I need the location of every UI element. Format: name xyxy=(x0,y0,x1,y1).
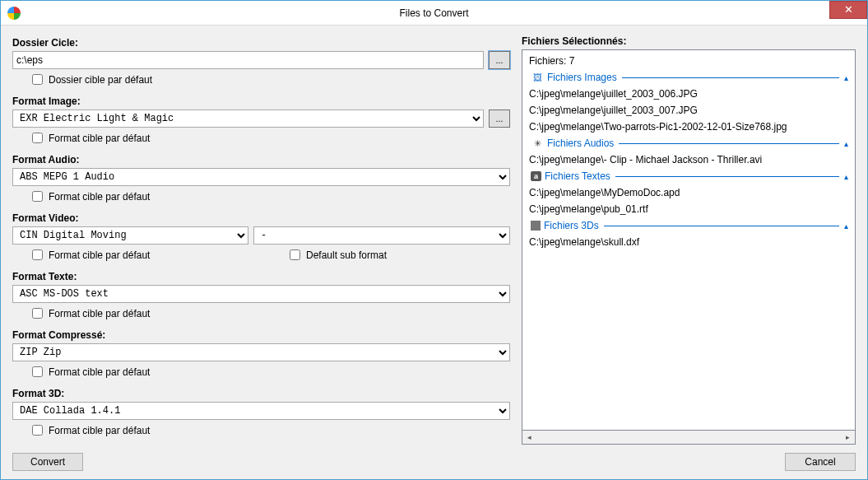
folder-input[interactable] xyxy=(12,51,484,69)
format-video-sub-default-checkbox[interactable] xyxy=(290,249,300,260)
format-3d-select[interactable]: DAE Collada 1.4.1 xyxy=(12,402,510,420)
folder-default-check[interactable]: Dossier cible par défaut xyxy=(29,72,510,87)
app-icon xyxy=(7,7,21,20)
format-image-default-label: Format cible par défaut xyxy=(49,133,150,144)
group-audios-header[interactable]: ✳ Fichiers Audios ▴ xyxy=(526,135,852,151)
scroll-right-icon[interactable]: ▸ xyxy=(841,431,855,444)
footer: Convert Cancel xyxy=(1,453,867,479)
group-3ds-title: Fichiers 3Ds xyxy=(544,220,599,231)
format-text-default-checkbox[interactable] xyxy=(32,308,43,319)
format-audio-default-checkbox[interactable] xyxy=(32,191,43,202)
chevron-up-icon[interactable]: ▴ xyxy=(844,221,848,231)
format-audio-label: Format Audio: xyxy=(12,154,510,165)
group-textes-header[interactable]: a Fichiers Textes ▴ xyxy=(526,168,852,184)
text-icon: a xyxy=(531,171,541,181)
folder-label: Dossier Cicle: xyxy=(12,37,510,49)
format-audio-default-check[interactable]: Format cible par défaut xyxy=(29,189,510,204)
format-text-label: Format Texte: xyxy=(12,271,510,282)
format-comp-default-checkbox[interactable] xyxy=(32,366,43,377)
list-item[interactable]: C:\jpeg\melange\pub_01.rtf xyxy=(526,201,852,217)
list-item[interactable]: C:\jpeg\melange\- Clip - Michael Jackson… xyxy=(526,151,852,168)
format-audio-select[interactable]: ABS MEPG 1 Audio xyxy=(12,168,510,186)
format-video-sub-default-check[interactable]: Default sub format xyxy=(286,247,387,263)
group-images-header[interactable]: 🖼 Fichiers Images ▴ xyxy=(526,69,852,86)
chevron-up-icon[interactable]: ▴ xyxy=(844,172,848,181)
left-panel: Dossier Cicle: ... Dossier cible par déf… xyxy=(12,35,510,445)
format-video-select[interactable]: CIN Digital Moving xyxy=(12,226,248,245)
file-tree[interactable]: Fichiers: 7 🖼 Fichiers Images ▴ C:\jpeg\… xyxy=(522,49,856,431)
cube-icon xyxy=(531,221,541,231)
dialog-window: Files to Convert ✕ Dossier Cicle: ... Do… xyxy=(0,0,868,480)
format-video-sub-select[interactable]: - xyxy=(253,226,510,245)
format-video-sub-default-label: Default sub format xyxy=(306,249,387,261)
folder-default-checkbox[interactable] xyxy=(32,74,43,85)
content-area: Dossier Cicle: ... Dossier cible par déf… xyxy=(1,26,867,453)
format-audio-default-label: Format cible par défaut xyxy=(49,191,150,203)
format-comp-label: Format Compressé: xyxy=(12,329,510,341)
format-3d-default-checkbox[interactable] xyxy=(32,425,43,436)
window-title: Files to Convert xyxy=(399,7,468,19)
convert-button[interactable]: Convert xyxy=(12,453,83,471)
group-3ds-header[interactable]: Fichiers 3Ds ▴ xyxy=(526,217,852,234)
format-text-select[interactable]: ASC MS-DOS text xyxy=(12,285,510,303)
format-image-select[interactable]: EXR Electric Light & Magic xyxy=(12,110,484,128)
picture-icon: 🖼 xyxy=(531,72,544,83)
format-3d-default-label: Format cible par défaut xyxy=(49,425,150,436)
scroll-left-icon[interactable]: ◂ xyxy=(522,431,536,444)
format-video-default-label: Format cible par défaut xyxy=(49,249,150,261)
list-item[interactable]: C:\jpeg\melange\MyDemoDoc.apd xyxy=(526,184,852,201)
list-item[interactable]: C:\jpeg\melange\juillet_2003_006.JPG xyxy=(526,86,852,102)
titlebar: Files to Convert ✕ xyxy=(1,1,867,26)
format-video-label: Format Video: xyxy=(12,212,510,224)
folder-browse-button[interactable]: ... xyxy=(489,51,510,69)
horizontal-scrollbar[interactable]: ◂ ▸ xyxy=(522,431,856,445)
format-3d-label: Format 3D: xyxy=(12,388,510,399)
format-video-default-checkbox[interactable] xyxy=(32,249,43,260)
list-item[interactable]: C:\jpeg\melange\juillet_2003_007.JPG xyxy=(526,102,852,119)
format-comp-default-label: Format cible par défaut xyxy=(49,366,150,378)
format-text-default-check[interactable]: Format cible par défaut xyxy=(29,305,510,321)
right-panel: Fichiers Sélectionnés: Fichiers: 7 🖼 Fic… xyxy=(522,35,856,445)
format-image-default-check[interactable]: Format cible par défaut xyxy=(29,130,510,146)
film-icon: ✳ xyxy=(531,137,544,149)
cancel-button[interactable]: Cancel xyxy=(785,453,856,471)
close-button[interactable]: ✕ xyxy=(829,1,867,19)
list-item[interactable]: C:\jpeg\melange\skull.dxf xyxy=(526,234,852,250)
folder-default-label: Dossier cible par défaut xyxy=(49,74,152,86)
file-count: Fichiers: 7 xyxy=(526,53,852,69)
format-image-browse-button[interactable]: ... xyxy=(489,110,510,128)
selected-files-header: Fichiers Sélectionnés: xyxy=(522,35,856,47)
list-item[interactable]: C:\jpeg\melange\Two-parrots-Pic1-2002-12… xyxy=(526,119,852,135)
format-image-default-checkbox[interactable] xyxy=(32,133,43,143)
chevron-up-icon[interactable]: ▴ xyxy=(844,73,848,82)
format-comp-select[interactable]: ZIP Zip xyxy=(12,343,510,361)
format-video-default-check[interactable]: Format cible par défaut xyxy=(29,247,265,263)
format-comp-default-check[interactable]: Format cible par défaut xyxy=(29,364,510,380)
group-textes-title: Fichiers Textes xyxy=(545,170,610,182)
group-images-title: Fichiers Images xyxy=(547,72,617,83)
chevron-up-icon[interactable]: ▴ xyxy=(844,139,848,148)
format-text-default-label: Format cible par défaut xyxy=(49,308,150,319)
format-image-label: Format Image: xyxy=(12,96,510,107)
group-audios-title: Fichiers Audios xyxy=(547,137,614,149)
format-3d-default-check[interactable]: Format cible par défaut xyxy=(29,422,510,438)
